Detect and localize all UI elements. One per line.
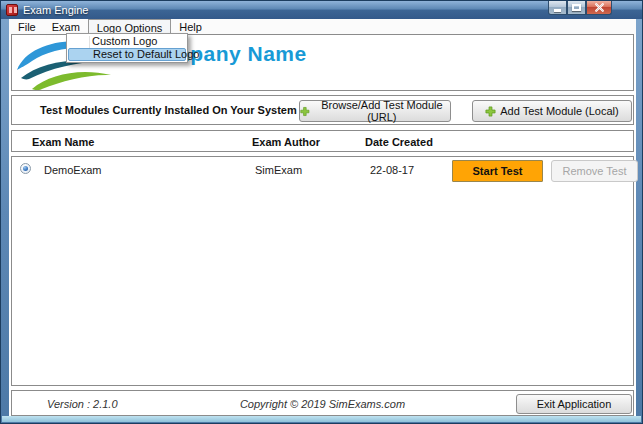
modules-panel: Test Modules Currently Installed On Your… xyxy=(11,95,634,125)
maximize-icon xyxy=(572,4,581,11)
client-area: File Exam Logo Options Help Custom Logo … xyxy=(9,19,636,418)
exam-name-cell: DemoExam xyxy=(44,164,101,176)
exam-table-header: Exam Name Exam Author Date Created xyxy=(11,130,634,152)
footer-panel: Version : 2.1.0 Copyright © 2019 SimExam… xyxy=(11,390,634,416)
menu-exam[interactable]: Exam xyxy=(44,19,88,34)
menu-help[interactable]: Help xyxy=(171,19,210,34)
exam-author-cell: SimExam xyxy=(255,164,302,176)
exam-select-radio[interactable] xyxy=(20,163,31,174)
app-icon xyxy=(6,4,18,16)
column-header-exam-author: Exam Author xyxy=(252,136,320,148)
menu-logo-options[interactable]: Logo Options xyxy=(88,19,171,34)
window-title: Exam Engine xyxy=(23,4,88,16)
browse-add-test-module-url-label: Browse/Add Test Module (URL) xyxy=(314,99,450,123)
exam-table-body: DemoExam SimExam 22-08-17 Start Test Rem… xyxy=(11,156,634,386)
menu-item-reset-default-logo[interactable]: Reset to Default Logo xyxy=(68,48,186,61)
browse-add-test-module-url-button[interactable]: Browse/Add Test Module (URL) xyxy=(299,100,451,122)
maximize-button[interactable] xyxy=(567,1,586,15)
title-bar: Exam Engine xyxy=(1,1,642,19)
logo-options-dropdown: Custom Logo Reset to Default Logo xyxy=(66,33,188,63)
modules-section-title: Test Modules Currently Installed On Your… xyxy=(40,104,297,116)
window-bottom-frame xyxy=(2,416,641,422)
close-icon xyxy=(594,2,605,13)
column-header-date-created: Date Created xyxy=(365,136,433,148)
menu-file[interactable]: File xyxy=(10,19,44,34)
minimize-icon xyxy=(554,9,561,12)
column-header-exam-name: Exam Name xyxy=(32,136,94,148)
close-button[interactable] xyxy=(586,1,612,15)
add-test-module-local-button[interactable]: Add Test Module (Local) xyxy=(472,100,632,122)
window-controls xyxy=(548,1,612,15)
date-created-cell: 22-08-17 xyxy=(370,164,414,176)
plus-icon xyxy=(485,106,496,117)
add-test-module-local-label: Add Test Module (Local) xyxy=(500,105,618,117)
menu-item-custom-logo[interactable]: Custom Logo xyxy=(68,35,186,48)
remove-test-button[interactable]: Remove Test xyxy=(551,160,638,182)
minimize-button[interactable] xyxy=(548,1,567,15)
exit-application-button[interactable]: Exit Application xyxy=(516,394,632,414)
plus-icon xyxy=(300,106,310,117)
menu-bar: File Exam Logo Options Help xyxy=(9,19,636,34)
app-window: Exam Engine File Exam Logo Options Help … xyxy=(0,0,643,424)
start-test-button[interactable]: Start Test xyxy=(452,160,543,182)
